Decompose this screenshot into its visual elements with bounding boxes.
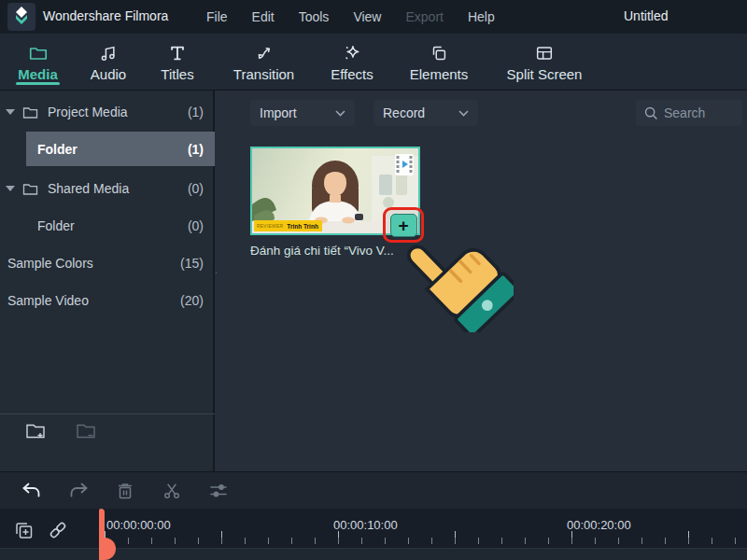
sidebar-item-count: (15) <box>180 256 204 271</box>
sidebar-item-folder[interactable]: Folder (0) <box>0 210 215 242</box>
app-title: Wondershare Filmora <box>43 8 168 23</box>
tab-media-label: Media <box>13 66 63 82</box>
menu-tools[interactable]: Tools <box>287 9 342 24</box>
sidebar-item-label: Sample Colors <box>7 256 93 271</box>
media-library-panel: Import Record Search <box>217 91 747 471</box>
search-placeholder: Search <box>664 105 705 120</box>
tab-media[interactable]: Media <box>13 42 63 85</box>
timeline[interactable]: 00:00:00:00 00:00:10:00 00:00:20:00 <box>0 509 747 560</box>
add-button-highlight-ring: + <box>383 207 424 243</box>
sidebar-item-label: Folder <box>37 142 78 157</box>
sidebar-item-folder-selected[interactable]: Folder (1) <box>26 132 215 166</box>
tab-transition[interactable]: Transition <box>224 42 303 85</box>
menu-help[interactable]: Help <box>456 9 507 24</box>
sidebar-item-label: Sample Video <box>7 293 89 308</box>
badge-reviewer-label: REVIEWER <box>254 223 286 229</box>
search-icon <box>643 105 658 120</box>
tab-split-screen-label: Split Screen <box>502 66 586 82</box>
ruler-minor-ticks <box>105 538 747 544</box>
tab-effects[interactable]: Effects <box>321 42 383 85</box>
project-title: Untitled <box>624 8 668 23</box>
add-track-button[interactable] <box>12 519 35 541</box>
sidebar-item-label: Project Media <box>48 105 128 119</box>
menu-view[interactable]: View <box>341 9 393 24</box>
transition-arrows-icon <box>224 43 303 65</box>
sidebar-item-label: Folder <box>37 218 75 233</box>
menu-export: Export <box>393 9 455 24</box>
search-input[interactable]: Search <box>636 100 742 126</box>
content-area: Project Media (1) Folder (1) Shared Medi… <box>0 91 747 471</box>
media-sidebar: Project Media (1) Folder (1) Shared Medi… <box>0 91 215 471</box>
import-button[interactable]: Import <box>250 100 355 126</box>
tab-transition-label: Transition <box>224 66 303 82</box>
sidebar-divider <box>0 413 215 414</box>
tab-split-screen[interactable]: Split Screen <box>502 42 586 85</box>
record-label: Record <box>383 105 425 120</box>
menu-file[interactable]: File <box>194 9 240 24</box>
sidebar-item-shared-media[interactable]: Shared Media (0) <box>0 173 215 204</box>
sidebar-item-sample-colors[interactable]: Sample Colors (15) <box>0 247 215 279</box>
sidebar-item-count: (20) <box>180 293 204 308</box>
clip-title: Đánh giá chi tiết “Vivo V... <box>250 244 428 258</box>
link-clips-button[interactable] <box>47 519 69 541</box>
audio-notes-icon <box>82 43 134 65</box>
split-screen-icon <box>502 43 586 65</box>
title-bar: Wondershare Filmora File Edit Tools View… <box>0 0 747 34</box>
edit-toolbar <box>0 471 747 509</box>
delete-button[interactable] <box>114 480 136 502</box>
add-folder-button[interactable] <box>24 421 47 441</box>
sidebar-item-count: (0) <box>188 218 204 233</box>
menubar: File Edit Tools View Export Help <box>194 0 507 34</box>
titles-T-icon <box>148 43 206 65</box>
undo-button[interactable] <box>21 480 43 502</box>
tab-effects-label: Effects <box>321 66 383 82</box>
sidebar-item-label: Shared Media <box>48 181 129 196</box>
caret-down-icon[interactable] <box>6 186 15 191</box>
filmora-window: Wondershare Filmora File Edit Tools View… <box>0 0 747 560</box>
clip-thumbnail[interactable]: REVIEWER Trinh Trinh + <box>250 147 420 235</box>
media-clip-card[interactable]: REVIEWER Trinh Trinh + <box>250 147 428 258</box>
folder-icon <box>22 105 38 119</box>
adjust-settings-button[interactable] <box>207 480 230 502</box>
sidebar-item-project-media[interactable]: Project Media (1) <box>0 96 215 128</box>
folder-icon <box>22 182 38 196</box>
category-tabbar: Media Audio Titles Transition Effects <box>0 34 747 91</box>
caret-down-icon[interactable] <box>6 109 15 115</box>
filmora-logo-icon <box>7 3 35 31</box>
chevron-down-icon <box>458 110 469 117</box>
timecode-label: 00:00:20:00 <box>567 518 631 532</box>
video-clip-type-icon <box>394 153 415 176</box>
menu-edit[interactable]: Edit <box>240 9 287 24</box>
sidebar-item-count: (1) <box>188 105 204 119</box>
tab-titles[interactable]: Titles <box>148 42 206 85</box>
chevron-down-icon <box>335 110 345 117</box>
badge-name-label: Trinh Trinh <box>286 223 322 230</box>
tab-audio-label: Audio <box>82 66 134 82</box>
timecode-label: 00:00:00:00 <box>106 518 171 532</box>
split-scissors-button[interactable] <box>161 480 183 502</box>
media-folder-icon <box>13 43 63 65</box>
import-label: Import <box>260 105 297 120</box>
record-button[interactable]: Record <box>374 100 478 126</box>
effects-star-icon <box>321 43 383 65</box>
redo-button[interactable] <box>67 480 90 502</box>
tab-elements-label: Elements <box>401 66 477 82</box>
tab-elements[interactable]: Elements <box>401 42 477 85</box>
tab-titles-label: Titles <box>148 66 206 82</box>
clip-name-badge: REVIEWER Trinh Trinh <box>254 220 322 231</box>
elements-layers-icon <box>401 43 477 65</box>
active-tab-underline <box>16 82 60 85</box>
sidebar-item-sample-video[interactable]: Sample Video (20) <box>0 285 215 316</box>
remove-folder-button[interactable] <box>75 421 97 441</box>
tab-audio[interactable]: Audio <box>82 42 134 85</box>
add-to-timeline-button[interactable]: + <box>390 214 417 237</box>
timecode-label: 00:00:10:00 <box>333 518 398 532</box>
sidebar-item-count: (1) <box>188 142 204 157</box>
sidebar-item-count: (0) <box>188 181 204 196</box>
